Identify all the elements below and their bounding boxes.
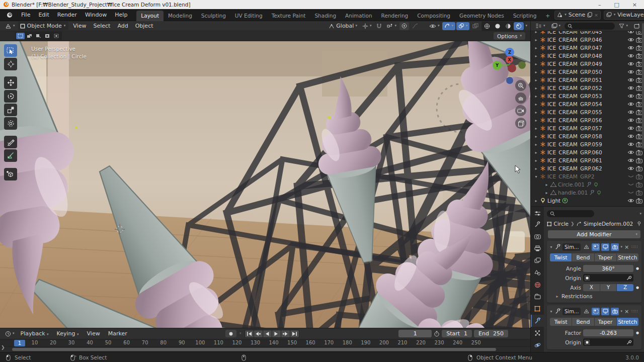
options-button[interactable]: Options ▾ bbox=[494, 32, 525, 40]
mode-taper-button[interactable]: Taper bbox=[595, 318, 616, 326]
tool-select-box[interactable] bbox=[4, 44, 17, 57]
hide-toggle-eye-open[interactable] bbox=[627, 61, 634, 66]
outliner-item-ice-cream-grp-060[interactable]: ▸ICE_CREAM_GRP.060 bbox=[531, 148, 644, 156]
add-modifier-button[interactable]: Add Modifier ▾ bbox=[548, 230, 640, 238]
mode-twist-button[interactable]: Twist bbox=[550, 253, 572, 261]
menu-render[interactable]: Render bbox=[53, 10, 81, 20]
collapse-icon[interactable]: ▾ bbox=[534, 174, 538, 179]
outliner-item-ice-cream-grp-055[interactable]: ▸ICE_CREAM_GRP.055 bbox=[531, 108, 644, 116]
menu-edit[interactable]: Edit bbox=[34, 10, 53, 20]
tab-texture-paint[interactable]: Texture Paint bbox=[267, 11, 310, 21]
properties-tab-scene[interactable] bbox=[531, 266, 544, 279]
select-mode-invert[interactable] bbox=[43, 33, 52, 39]
outliner-search-input[interactable] bbox=[565, 23, 615, 30]
tab-uv-editing[interactable]: UV Editing bbox=[230, 11, 267, 21]
viewport-menu-object[interactable]: Object bbox=[132, 22, 157, 30]
hide-toggle-eye-open[interactable] bbox=[627, 69, 634, 74]
stopwatch-icon[interactable] bbox=[434, 331, 440, 337]
select-mode-subtract[interactable] bbox=[34, 33, 43, 39]
eyedropper-icon[interactable] bbox=[626, 275, 632, 281]
scene-selector[interactable]: ▾ Scene × bbox=[554, 11, 601, 20]
jump-end-button[interactable] bbox=[290, 330, 299, 337]
hide-toggle-eye-open[interactable] bbox=[627, 198, 634, 203]
next-keyframe-button[interactable] bbox=[281, 330, 290, 337]
outliner-item-ice-cream-grp-049[interactable]: ▸ICE_CREAM_GRP.049 bbox=[531, 60, 644, 68]
proportional-falloff-selector[interactable] bbox=[410, 22, 420, 30]
properties-tab-output[interactable] bbox=[531, 242, 544, 254]
transform-orientation-selector[interactable]: Global ▾ bbox=[327, 22, 359, 30]
properties-tab-tool[interactable] bbox=[531, 218, 544, 230]
outliner-item-ice-cream-grp-050[interactable]: ▸ICE_CREAM_GRP.050 bbox=[531, 68, 644, 76]
expand-icon[interactable]: ▸ bbox=[534, 142, 538, 147]
camera-view-button[interactable] bbox=[515, 105, 526, 116]
new-collection-button[interactable] bbox=[632, 22, 642, 30]
pin-icon[interactable] bbox=[637, 221, 641, 227]
collapse-icon[interactable]: ▾ bbox=[549, 245, 553, 249]
show-gizmos-toggle[interactable]: ▾ bbox=[442, 22, 455, 30]
outliner-item-ice-cream-grp-052[interactable]: ▸ICE_CREAM_GRP.052 bbox=[531, 84, 644, 92]
shading-material-button[interactable] bbox=[503, 22, 513, 30]
properties-editor-type-button[interactable] bbox=[531, 208, 544, 218]
viewport-menu-select[interactable]: Select bbox=[90, 22, 114, 30]
xray-toggle[interactable] bbox=[470, 22, 480, 30]
value-slider-factor[interactable]: -0.263 bbox=[583, 329, 633, 336]
hide-toggle-eye-open[interactable] bbox=[627, 77, 634, 82]
modifier-name-field[interactable]: Sim... bbox=[562, 308, 581, 315]
disable-in-render-toggle[interactable] bbox=[636, 182, 642, 188]
close-button[interactable]: × bbox=[632, 2, 637, 8]
shading-solid-button[interactable] bbox=[493, 22, 503, 30]
maximize-button[interactable]: □ bbox=[614, 2, 619, 8]
modifier-name-field[interactable]: Sim... bbox=[562, 243, 581, 251]
timeline-menu-keying[interactable]: Keying ▾ bbox=[53, 329, 83, 338]
animate-dot[interactable]: ● bbox=[635, 266, 639, 270]
disable-in-render-toggle[interactable] bbox=[636, 158, 642, 163]
remove-modifier-button[interactable]: × bbox=[624, 244, 629, 250]
properties-tab-particles[interactable] bbox=[531, 327, 544, 339]
menu-file[interactable]: File bbox=[17, 10, 34, 20]
hide-toggle-eye-open[interactable] bbox=[627, 110, 634, 115]
outliner-item-ice-cream-grp-051[interactable]: ▸ICE_CREAM_GRP.051 bbox=[531, 76, 644, 84]
properties-tab-world[interactable] bbox=[531, 279, 544, 291]
axis-y-button[interactable]: Y bbox=[600, 284, 617, 291]
outliner-item-ice-cream-grp-059[interactable]: ▸ICE_CREAM_GRP.059 bbox=[531, 140, 644, 148]
tab-new[interactable]: + bbox=[541, 11, 554, 21]
minimize-button[interactable]: – bbox=[598, 2, 601, 8]
snap-toggle[interactable] bbox=[374, 22, 384, 30]
origin-object-field[interactable] bbox=[583, 274, 633, 282]
display-render-toggle[interactable] bbox=[611, 308, 619, 315]
tool-move[interactable] bbox=[4, 76, 17, 89]
outliner-item-light[interactable]: ▸Light bbox=[531, 197, 644, 205]
tab-layout[interactable]: Layout bbox=[136, 11, 164, 21]
drag-handle[interactable]: ∷∷ bbox=[631, 309, 638, 314]
collapse-icon[interactable]: ▾ bbox=[549, 309, 553, 314]
outliner-item-ice-cream-grp-045[interactable]: ▸ICE_CREAM_GRP.045 bbox=[531, 31, 644, 36]
hide-toggle-eye-open[interactable] bbox=[627, 126, 634, 131]
outliner-item-ice-cream-grp-057[interactable]: ▸ICE_CREAM_GRP.057 bbox=[531, 124, 644, 132]
expand-icon[interactable]: ▸ bbox=[534, 150, 538, 155]
select-mode-intersect[interactable] bbox=[52, 33, 61, 39]
zoom-button[interactable] bbox=[515, 80, 526, 91]
show-overlays-toggle[interactable]: ▾ bbox=[456, 22, 470, 30]
playhead[interactable]: 1 bbox=[14, 340, 25, 346]
hide-toggle-eye-open[interactable] bbox=[627, 166, 634, 171]
disable-in-render-toggle[interactable] bbox=[636, 150, 642, 155]
toggle-ortho-button[interactable] bbox=[515, 118, 526, 129]
hide-toggle-eye-open[interactable] bbox=[627, 31, 634, 34]
snap-target-selector[interactable]: ▾ bbox=[385, 22, 398, 30]
mode-selector[interactable]: Object Mode ▾ bbox=[18, 22, 69, 30]
display-on-cage-toggle[interactable] bbox=[582, 308, 590, 315]
timeline-editor-type-button[interactable]: ▾ bbox=[3, 330, 17, 338]
outliner-item-ice-cream-grp-054[interactable]: ▸ICE_CREAM_GRP.054 bbox=[531, 100, 644, 108]
tab-rendering[interactable]: Rendering bbox=[377, 11, 413, 21]
properties-tab-modifiers[interactable] bbox=[531, 315, 544, 327]
pivot-point-selector[interactable]: ▾ bbox=[360, 22, 374, 30]
gizmo-z-neg[interactable] bbox=[506, 77, 513, 84]
menu-help[interactable]: Help bbox=[111, 10, 131, 20]
display-render-toggle[interactable] bbox=[611, 243, 619, 251]
tab-compositing[interactable]: Compositing bbox=[413, 11, 455, 21]
expand-icon[interactable]: ▸ bbox=[534, 158, 538, 163]
keying-dropdown[interactable]: ▾ bbox=[239, 332, 242, 335]
timeline-menu-marker[interactable]: Marker bbox=[104, 329, 131, 338]
hide-toggle-eye-open[interactable] bbox=[627, 94, 634, 99]
expand-icon[interactable]: ▸ bbox=[534, 86, 538, 90]
